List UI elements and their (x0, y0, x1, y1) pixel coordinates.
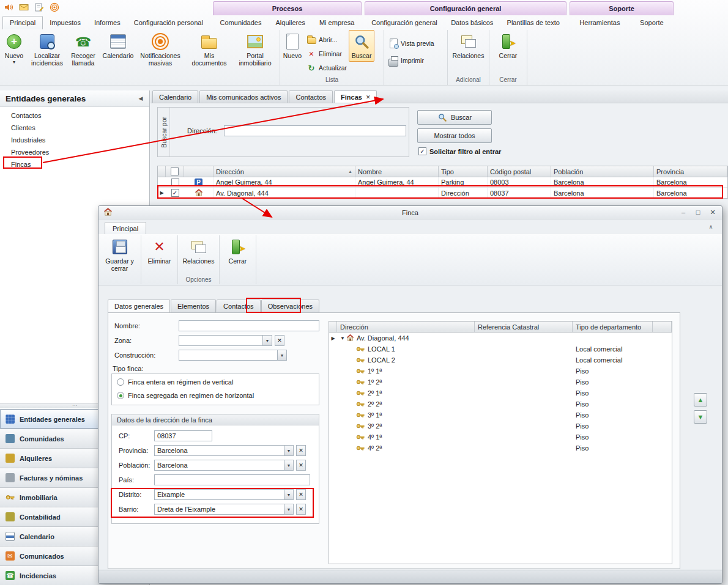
doc-tab-contactos[interactable]: Contactos (289, 90, 333, 103)
header-nombre[interactable]: Nombre (355, 166, 439, 177)
direccion-filter-input[interactable] (224, 125, 406, 136)
tab-mi-empresa[interactable]: Mi empresa (313, 17, 361, 29)
barrio-clear-button[interactable]: ✕ (296, 504, 306, 515)
maximize-icon[interactable]: □ (694, 208, 702, 216)
speaker-icon[interactable] (3, 2, 14, 13)
tree-item-row[interactable]: 1º 2ª Piso (329, 377, 672, 388)
provincia-clear-button[interactable]: ✕ (296, 445, 306, 456)
doc-tab-calendario[interactable]: Calendario (152, 90, 198, 103)
guardar-y-cerrar-button[interactable]: Guardar y cerrar (100, 235, 139, 274)
buscar-button[interactable]: Buscar (349, 30, 374, 62)
tree-item-row[interactable]: 3º 2ª Piso (329, 421, 672, 432)
poblacion-combo[interactable]: Barcelona▼ (154, 460, 294, 471)
tree-header-tipo[interactable]: Tipo de departamento (573, 322, 653, 332)
close-icon[interactable]: ✕ (708, 208, 717, 216)
tab-soporte[interactable]: Soporte (633, 17, 670, 29)
minimize-icon[interactable]: – (679, 208, 688, 216)
header-provincia[interactable]: Provincia (654, 166, 727, 177)
dropdown-icon[interactable]: ▼ (284, 446, 293, 455)
tab-datos-basicos[interactable]: Datos básicos (444, 17, 500, 29)
eliminar-button[interactable]: ✕ Eliminar (305, 48, 349, 60)
dialog-title-bar[interactable]: Finca – □ ✕ (98, 206, 722, 219)
tab-configuracion-general[interactable]: Configuración general (365, 17, 444, 29)
tree-item-row[interactable]: LOCAL 2 Local comercial (329, 355, 672, 366)
tree-item-row[interactable]: 2º 2ª Piso (329, 399, 672, 410)
tree-item-row[interactable]: 4º 1ª Piso (329, 432, 672, 443)
doc-tab-fincas[interactable]: Fincas✕ (334, 90, 377, 103)
cerrar-button[interactable]: ➤ Cerrar (221, 235, 254, 267)
radio-finca-horizontal[interactable]: Finca segregada en regimen de horizontal (117, 392, 254, 399)
tab-datos-generales[interactable]: Datos generales (108, 300, 170, 312)
abrir-button[interactable]: Abrir... (305, 34, 349, 46)
select-all-checkbox[interactable]: ✓ (166, 166, 184, 177)
tab-plantillas-texto[interactable]: Plantillas de texto (500, 17, 566, 29)
header-poblacion[interactable]: Población (551, 166, 654, 177)
notificaciones-masivas-button[interactable]: Notificaciones masivas (136, 30, 185, 69)
dropdown-icon[interactable]: ▼ (277, 350, 286, 360)
mis-documentos-button[interactable]: Mis documentos (185, 30, 234, 69)
collapse-ribbon-icon[interactable]: ∧ (706, 222, 716, 232)
buscar-por-vertical-tab[interactable]: Buscar por (158, 108, 170, 156)
dropdown-icon[interactable]: ▼ (262, 336, 272, 345)
dropdown-icon[interactable]: ▼ (284, 490, 293, 499)
relaciones-button[interactable]: Relaciones (450, 30, 487, 62)
table-row-selected[interactable]: ▶ ✓ Av. Diagonal, 444 Dirección 08037 Ba… (158, 188, 727, 198)
calendario-button[interactable]: Calendario (100, 30, 136, 62)
tab-contactos[interactable]: Contactos (217, 300, 261, 312)
tree-root-row[interactable]: ▶ ▼Av. Diagonal, 444 (329, 333, 672, 344)
tab-impuestos[interactable]: Impuestos (43, 17, 87, 29)
tab-configuracion-personal[interactable]: Configuración personal (127, 17, 210, 29)
tree-item-row[interactable]: 3º 1ª Piso (329, 410, 672, 421)
dropdown-icon[interactable]: ▼ (284, 504, 293, 514)
vista-previa-button[interactable]: Vista previa (387, 37, 436, 50)
sidebar-item-industriales[interactable]: Industriales (0, 134, 149, 146)
collapse-sidebar-button[interactable]: ◀ (136, 94, 146, 103)
construccion-combo[interactable]: ▼ (179, 350, 287, 361)
tree-item-row[interactable]: 2º 1ª Piso (329, 388, 672, 399)
cerrar-button[interactable]: ➤ Cerrar (492, 30, 525, 62)
pais-input[interactable] (154, 474, 310, 485)
nuevo-button[interactable]: + Nuevo ▾ (0, 30, 28, 67)
tab-alquileres[interactable]: Alquileres (269, 17, 312, 29)
mostrar-todos-button[interactable]: Mostrar todos (417, 128, 492, 143)
close-tab-icon[interactable]: ✕ (366, 94, 371, 100)
dropdown-icon[interactable]: ▼ (284, 460, 293, 470)
move-down-button[interactable]: ▼ (694, 410, 707, 424)
recoger-llamada-button[interactable]: ☎ Recoger llamada (66, 30, 100, 69)
distrito-combo[interactable]: Eixample▼ (154, 489, 294, 500)
nombre-input[interactable] (179, 320, 319, 331)
sidebar-item-fincas[interactable]: Fincas (0, 158, 149, 171)
eliminar-button[interactable]: ✕ Eliminar (143, 235, 176, 267)
distrito-clear-button[interactable]: ✕ (296, 489, 306, 500)
note-icon[interactable] (34, 2, 45, 13)
sidebar-item-contactos[interactable]: Contactos (0, 109, 149, 122)
solicitar-filtro-checkbox[interactable]: ✓ (418, 147, 426, 155)
nuevo-lista-button[interactable]: Nuevo (280, 30, 305, 62)
table-row[interactable]: ✓ P Angel Guimera, 44 Angel Guimera, 44 … (158, 177, 727, 188)
dialog-tab-principal[interactable]: Principal (105, 222, 146, 234)
tab-herramientas[interactable]: Herramientas (573, 17, 626, 29)
tree-item-row[interactable]: 4º 2ª Piso (329, 443, 672, 454)
tab-informes[interactable]: Informes (87, 17, 127, 29)
zona-clear-button[interactable]: ✕ (275, 335, 284, 346)
actualizar-button[interactable]: ↻ Actualizar (305, 62, 349, 74)
header-direccion[interactable]: Dirección▲ (214, 166, 355, 177)
radio-finca-vertical[interactable]: Finca entera en régimen de vertical (117, 378, 233, 386)
tab-elementos[interactable]: Elementos (171, 300, 216, 312)
sidebar-item-proveedores[interactable]: Proveedores (0, 146, 149, 158)
poblacion-clear-button[interactable]: ✕ (296, 460, 306, 471)
move-up-button[interactable]: ▲ (694, 393, 707, 407)
provincia-combo[interactable]: Barcelona▼ (154, 445, 294, 456)
zona-combo[interactable]: ▼ (179, 335, 272, 346)
header-codigo-postal[interactable]: Código postal (488, 166, 551, 177)
tree-item-row[interactable]: LOCAL 1 Local comercial (329, 344, 672, 355)
row-checkbox[interactable]: ✓ (171, 178, 179, 186)
tab-comunidades[interactable]: Comunidades (214, 17, 269, 29)
barrio-combo[interactable]: Dreta de l'Eixample▼ (154, 504, 294, 515)
row-checkbox[interactable]: ✓ (171, 189, 179, 197)
cp-input[interactable]: 08037 (154, 430, 212, 441)
header-tipo[interactable]: Tipo (439, 166, 488, 177)
tab-observaciones[interactable]: Observaciones (261, 300, 319, 312)
buscar-search-button[interactable]: Buscar (417, 110, 492, 125)
tab-principal[interactable]: Principal (2, 16, 43, 29)
